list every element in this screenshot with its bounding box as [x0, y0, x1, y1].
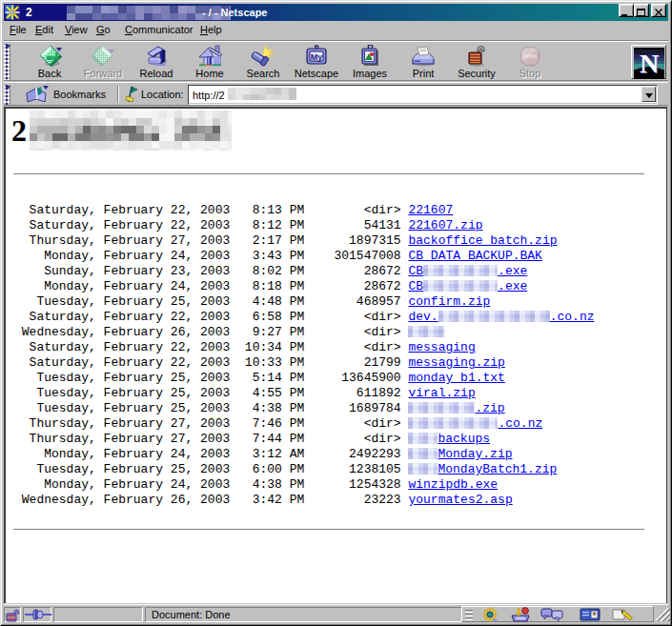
svg-text:N: N: [640, 49, 659, 78]
svg-text:My: My: [311, 52, 323, 62]
